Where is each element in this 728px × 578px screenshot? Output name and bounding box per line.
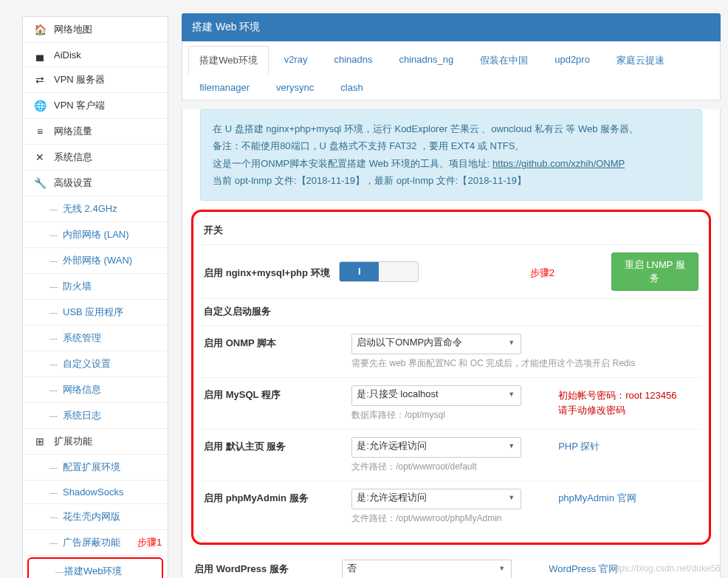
- tab-v2ray[interactable]: v2ray: [273, 46, 319, 75]
- hint: 数据库路径：/opt/mysql: [351, 409, 543, 422]
- info-line: 在 U 盘搭建 nginx+php+mysql 环境，运行 KodExplore…: [213, 120, 690, 137]
- sidebar-item-vpn-server[interactable]: ⇄VPN 服务器: [23, 67, 168, 93]
- disk-icon: ▄: [33, 49, 47, 61]
- php-probe-link[interactable]: PHP 探针: [558, 441, 600, 452]
- grid-icon: ⊞: [33, 436, 47, 447]
- sidebar-item-label: AiDisk: [54, 49, 81, 61]
- sidebar-item-sysmgmt[interactable]: 系统管理: [23, 326, 168, 351]
- shuffle-icon: ✕: [33, 151, 47, 163]
- step1-label: 步骤1: [137, 536, 162, 549]
- sidebar-item-custom-settings[interactable]: 自定义设置: [23, 351, 168, 377]
- sidebar-item-network-map[interactable]: 🏠网络地图: [23, 17, 168, 43]
- row-onmp: 启用 ONMP 脚本 启动以下ONMP内置命令 需要先在 web 界面配置NC …: [201, 326, 701, 378]
- bars-icon: ≡: [33, 125, 47, 137]
- panel-title: 搭建 Web 环境: [182, 13, 721, 41]
- tab-filemanager[interactable]: filemanager: [188, 74, 261, 100]
- tab-build-web[interactable]: 搭建Web环境: [188, 46, 269, 75]
- sidebar-item-label: 无线 2.4GHz: [63, 202, 117, 216]
- sidebar-item-syslog[interactable]: 系统日志: [23, 403, 168, 429]
- sidebar-item-label: 系统日志: [63, 409, 101, 422]
- tab-family-cloud[interactable]: 家庭云提速: [605, 46, 676, 75]
- sidebar-item-label: 系统信息: [54, 151, 92, 164]
- sidebar-item-netinfo[interactable]: 网络信息: [23, 377, 168, 403]
- sidebar-item-label: 网络信息: [63, 383, 101, 396]
- sidebar: 🏠网络地图 ▄AiDisk ⇄VPN 服务器 🌐VPN 客户端 ≡网络流量 ✕系…: [22, 16, 168, 578]
- tab-chinadns-ng[interactable]: chinadns_ng: [388, 46, 464, 75]
- watermark: https://blog.csdn.net/duke56: [610, 563, 721, 574]
- restart-lnmp-button[interactable]: 重启 LNMP 服务: [611, 252, 698, 291]
- tab-fake-china[interactable]: 假装在中国: [469, 46, 539, 75]
- row-label: 启用 MySQL 程序: [204, 385, 351, 402]
- sidebar-item-usb-apps[interactable]: USB 应用程序: [23, 300, 168, 326]
- step2-label: 步骤2: [530, 267, 554, 278]
- select-onmp[interactable]: 启动以下ONMP内置命令: [351, 334, 521, 354]
- info-box: 在 U 盘搭建 nginx+php+mysql 环境，运行 KodExplore…: [200, 109, 702, 201]
- sidebar-item-label: VPN 服务器: [54, 73, 105, 86]
- wordpress-link[interactable]: WordPress 官网: [549, 563, 618, 574]
- sidebar-item-label: 搭建Web环境: [64, 565, 123, 578]
- sidebar-item-build-web[interactable]: 搭建Web环境: [27, 557, 163, 578]
- toggle-enable-env[interactable]: I: [339, 261, 419, 282]
- section-switch-title: 开关: [201, 218, 701, 245]
- sidebar-item-label: 花生壳内网版: [63, 510, 120, 523]
- mysql-cred: 初始帐号密码：root 123456: [558, 388, 676, 404]
- row-label: 启用 ONMP 脚本: [204, 334, 351, 350]
- select-phpmyadmin[interactable]: 是:允许远程访问: [351, 489, 521, 509]
- row-label: 启用 phpMyAdmin 服务: [204, 489, 351, 505]
- select-wordpress[interactable]: 否: [342, 560, 512, 578]
- sidebar-item-config-ext[interactable]: 配置扩展环境: [23, 455, 168, 481]
- row-label: 启用 默认主页 服务: [204, 437, 351, 453]
- row-label: 启用 WordPress 服务: [194, 560, 342, 576]
- content-area: 在 U 盘搭建 nginx+php+mysql 环境，运行 KodExplore…: [182, 109, 721, 578]
- sidebar-item-vpn-client[interactable]: 🌐VPN 客户端: [23, 93, 168, 119]
- section-custom-title: 自定义启动服务: [201, 299, 701, 326]
- home-icon: 🏠: [33, 24, 47, 35]
- sidebar-item-label: 自定义设置: [63, 357, 111, 371]
- sidebar-item-lan[interactable]: 内部网络 (LAN): [23, 222, 168, 248]
- row-enable-env: 启用 nginx+mysql+php 环境 I 步骤2 重启 LNMP 服务: [201, 245, 701, 299]
- row-mysql: 启用 MySQL 程序 是:只接受 localhost 数据库路径：/opt/m…: [201, 378, 701, 430]
- wrench-icon: 🔧: [33, 177, 47, 189]
- mysql-warn: 请手动修改密码: [558, 403, 676, 419]
- sidebar-item-label: 网络地图: [54, 23, 92, 36]
- sidebar-item-wan[interactable]: 外部网络 (WAN): [23, 248, 168, 274]
- sidebar-item-shadowsocks[interactable]: ShadowSocks: [23, 481, 168, 504]
- sidebar-item-label: 高级设置: [54, 176, 92, 190]
- tab-clash[interactable]: clash: [329, 74, 374, 100]
- sidebar-item-traffic[interactable]: ≡网络流量: [23, 119, 168, 145]
- hint: 文件路径：/opt/wwwroot/phpMyAdmin: [351, 512, 543, 525]
- tab-upd2pro[interactable]: upd2pro: [543, 46, 601, 75]
- sidebar-item-peanut[interactable]: 花生壳内网版: [23, 504, 168, 530]
- sidebar-item-wireless[interactable]: 无线 2.4GHz: [23, 196, 168, 222]
- globe-icon: 🌐: [33, 100, 47, 111]
- toggle-off: [379, 262, 418, 281]
- info-line: 这是一个用ONMP脚本安装配置搭建 Web 环境的工具。项目地址: https:…: [213, 155, 690, 172]
- sidebar-item-label: 外部网络 (WAN): [63, 254, 132, 267]
- sidebar-item-label: 系统管理: [63, 331, 101, 345]
- info-line: 备注：不能使用80端口，U 盘格式不支持 FAT32 ，要用 EXT4 或 NT…: [213, 137, 690, 154]
- sidebar-item-label: 网络流量: [54, 125, 92, 138]
- select-default-home[interactable]: 是:允许远程访问: [351, 437, 521, 458]
- sidebar-item-aidisk[interactable]: ▄AiDisk: [23, 43, 168, 67]
- sidebar-item-sysinfo[interactable]: ✕系统信息: [23, 145, 168, 171]
- row-label: 启用 nginx+mysql+php 环境: [204, 264, 339, 280]
- toggle-on: I: [340, 262, 379, 281]
- sidebar-item-firewall[interactable]: 防火墙: [23, 274, 168, 300]
- swap-icon: ⇄: [33, 74, 47, 86]
- sidebar-item-label: 防火墙: [63, 280, 92, 293]
- phpmyadmin-link[interactable]: phpMyAdmin 官网: [558, 492, 636, 503]
- sidebar-item-label: ShadowSocks: [63, 486, 123, 498]
- row-default-home: 启用 默认主页 服务 是:允许远程访问 文件路径：/opt/wwwroot/de…: [201, 430, 701, 481]
- sidebar-item-label: VPN 客户端: [54, 99, 105, 112]
- tab-verysync[interactable]: verysync: [265, 74, 325, 100]
- select-mysql[interactable]: 是:只接受 localhost: [351, 385, 521, 406]
- sidebar-item-label: 配置扩展环境: [63, 461, 120, 474]
- highlighted-settings-box: 开关 启用 nginx+mysql+php 环境 I 步骤2 重启 LNMP 服…: [191, 210, 711, 545]
- sidebar-item-label: USB 应用程序: [63, 306, 123, 319]
- tab-chinadns[interactable]: chinadns: [323, 46, 383, 75]
- sidebar-item-extensions[interactable]: ⊞扩展功能: [23, 429, 168, 455]
- hint: 文件路径：/opt/wwwroot/default: [351, 461, 543, 473]
- sidebar-item-advanced[interactable]: 🔧高级设置: [23, 171, 168, 196]
- project-link[interactable]: https://github.com/xzhih/ONMP: [492, 158, 625, 169]
- sidebar-item-adblock[interactable]: 广告屏蔽功能步骤1: [23, 530, 168, 556]
